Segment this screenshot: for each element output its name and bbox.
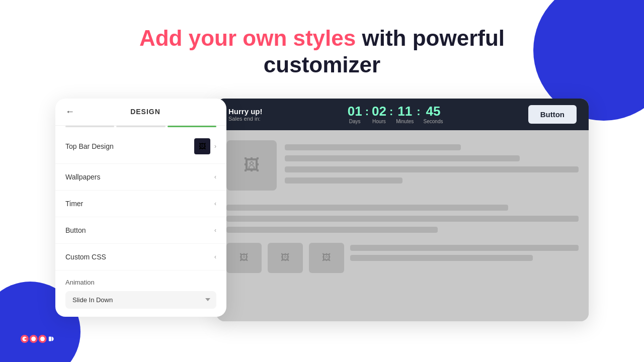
headline-highlight: Add your own styles (139, 26, 356, 50)
preview-thumb-3: 🖼 (309, 243, 344, 273)
timer-minutes-number: 11 (397, 105, 412, 118)
chevron-right-icon-wallpapers: ‹ (214, 173, 216, 180)
headline-normal: with powerful (356, 26, 505, 50)
preview-text-line-3 (285, 166, 579, 172)
panel-row-custom-css[interactable]: Custom CSS ‹ (55, 244, 226, 270)
progress-bar (55, 126, 226, 129)
thumbnail-icon: 🖼 (199, 142, 206, 150)
panels-container: ← DESIGN Top Bar Design 🖼 › (55, 99, 589, 321)
preview-thumb-icon-3: 🖼 (322, 252, 331, 263)
panel-row-wallpapers[interactable]: Wallpapers ‹ (55, 164, 226, 191)
preview-thumb-2: 🖼 (268, 243, 303, 273)
svg-point-4 (31, 337, 36, 341)
preview-thumb-1: 🖼 (226, 243, 262, 273)
headline: Add your own styles with powerful custom… (139, 25, 505, 78)
hurry-text: Hurry up! (228, 107, 263, 116)
panel-body: Top Bar Design 🖼 › Wallpapers ‹ Timer (55, 129, 226, 317)
timer-hours-number: 02 (372, 105, 386, 118)
preview-text-line-2 (285, 155, 520, 161)
panel-row-timer[interactable]: Timer ‹ (55, 191, 226, 217)
logo (20, 330, 60, 348)
progress-segment-1 (65, 126, 114, 127)
chevron-right-icon-button: ‹ (214, 227, 216, 234)
design-panel: ← DESIGN Top Bar Design 🖼 › (55, 99, 226, 317)
timer-colon-3: : (417, 105, 420, 118)
preview-text-line-9 (350, 255, 533, 261)
preview-content-row-2 (226, 201, 579, 233)
animation-select[interactable]: Slide In Down Slide In Up Fade In Bounce… (65, 291, 216, 309)
timer-unit-days: 01 Days (348, 105, 362, 124)
sales-end-text: Sales end in: (228, 116, 263, 122)
animation-section: Animation Slide In Down Slide In Up Fade… (55, 270, 226, 317)
countdown-timer: 01 Days : 02 Hours : 11 Minutes : (348, 105, 443, 124)
preview-text-line-1 (285, 144, 461, 150)
preview-image-placeholder: 🖼 (226, 140, 277, 191)
row-label-button: Button (65, 226, 86, 234)
page-preview: 🖼 (216, 130, 589, 321)
back-button[interactable]: ← (65, 107, 74, 117)
preview-bottom-row: 🖼 🖼 🖼 (226, 243, 579, 273)
row-right-top-bar-design: 🖼 › (194, 138, 216, 154)
timer-unit-hours: 02 Hours (372, 105, 386, 124)
timer-days-number: 01 (348, 105, 362, 118)
row-label-top-bar-design: Top Bar Design (65, 142, 114, 150)
countdown-left: Hurry up! Sales end in: (228, 107, 263, 122)
panel-header: ← DESIGN (55, 99, 226, 126)
countdown-bar: Hurry up! Sales end in: 01 Days : 02 Hou… (216, 99, 589, 130)
preview-text-line-6 (226, 216, 579, 222)
timer-colon-2: : (389, 105, 393, 118)
row-label-wallpapers: Wallpapers (65, 173, 101, 181)
timer-days-label: Days (349, 119, 361, 124)
timer-seconds-label: Seconds (424, 119, 443, 124)
row-label-custom-css: Custom CSS (65, 253, 106, 261)
preview-text-line-4 (285, 177, 403, 184)
thumbnail-box: 🖼 (194, 138, 210, 154)
timer-unit-seconds: 45 Seconds (424, 105, 443, 124)
timer-seconds-number: 45 (426, 105, 441, 118)
preview-content-row-1: 🖼 (226, 140, 579, 191)
countdown-cta-button[interactable]: Button (528, 105, 577, 124)
timer-colon-1: : (365, 105, 369, 118)
chevron-right-icon-custom-css: ‹ (214, 253, 216, 260)
panel-row-button[interactable]: Button ‹ (55, 217, 226, 244)
timer-unit-minutes: 11 Minutes (396, 105, 414, 124)
panel-row-top-bar-design[interactable]: Top Bar Design 🖼 › (55, 129, 226, 164)
svg-point-6 (40, 337, 45, 341)
chevron-right-icon: › (214, 143, 216, 150)
preview-text-lines-2 (226, 201, 579, 233)
headline-line2: customizer (264, 52, 380, 77)
chevron-right-icon-timer: ‹ (214, 200, 216, 207)
svg-rect-2 (25, 338, 28, 340)
panel-title: DESIGN (74, 108, 216, 116)
svg-rect-11 (49, 337, 51, 341)
preview-image-icon: 🖼 (244, 156, 260, 174)
preview-text-lines (285, 140, 579, 191)
preview-text-line-8 (350, 245, 579, 251)
preview-side-lines (350, 243, 579, 273)
timer-minutes-label: Minutes (396, 119, 414, 124)
progress-segment-3 (168, 126, 216, 127)
preview-thumb-icon-2: 🖼 (281, 252, 290, 263)
progress-segment-2 (116, 126, 165, 127)
preview-thumb-icon-1: 🖼 (239, 252, 249, 263)
preview-panel: Hurry up! Sales end in: 01 Days : 02 Hou… (216, 99, 589, 321)
preview-text-line-5 (226, 205, 508, 211)
animation-label: Animation (65, 279, 216, 286)
preview-text-line-7 (226, 227, 438, 233)
timer-hours-label: Hours (372, 119, 386, 124)
row-label-timer: Timer (65, 200, 83, 208)
logo-container (20, 330, 60, 348)
